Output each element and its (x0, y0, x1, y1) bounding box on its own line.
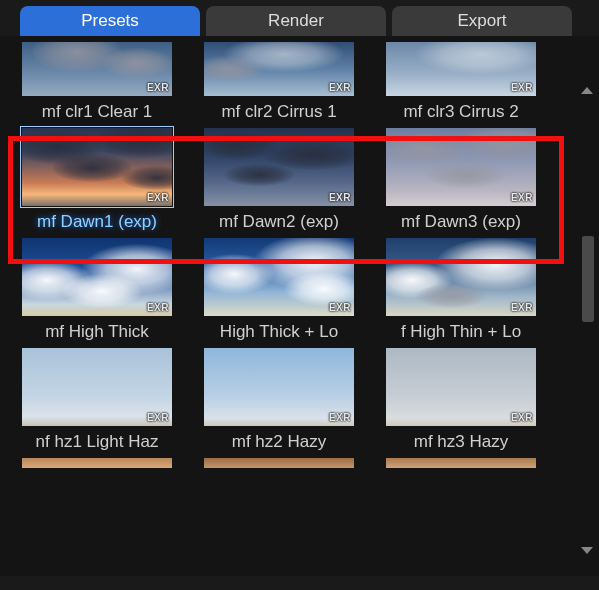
preset-item[interactable]: EXR mf clr2 Cirrus 1 (194, 42, 364, 122)
preset-label: mf Dawn3 (exp) (376, 212, 546, 232)
preset-label: f High Thin + Lo (376, 322, 546, 342)
tab-bar: Presets Render Export (0, 0, 599, 36)
preset-label: mf Dawn1 (exp) (12, 212, 182, 232)
preset-label: mf hz3 Hazy (376, 432, 546, 452)
preset-grid: EXR mf clr1 Clear 1 EXR mf clr2 Cirrus 1… (12, 42, 572, 468)
format-badge: EXR (147, 412, 169, 423)
preset-item[interactable]: EXR mf Dawn3 (exp) (376, 128, 546, 232)
preset-thumb[interactable]: EXR (204, 238, 354, 316)
preset-label: mf clr3 Cirrus 2 (376, 102, 546, 122)
preset-thumb[interactable]: EXR (386, 42, 536, 96)
preset-item[interactable]: EXR mf Dawn2 (exp) (194, 128, 364, 232)
preset-label: mf hz2 Hazy (194, 432, 364, 452)
preset-thumb[interactable]: EXR (386, 348, 536, 426)
preset-thumb[interactable]: EXR (386, 238, 536, 316)
format-badge: EXR (511, 192, 533, 203)
preset-item[interactable]: EXR nf hz1 Light Haz (12, 348, 182, 452)
preset-thumb[interactable] (386, 458, 536, 468)
preset-item[interactable]: EXR mf clr1 Clear 1 (12, 42, 182, 122)
chevron-up-icon (581, 87, 593, 94)
preset-thumb[interactable]: EXR (204, 348, 354, 426)
format-badge: EXR (147, 302, 169, 313)
preset-thumb[interactable] (204, 458, 354, 468)
format-badge: EXR (147, 82, 169, 93)
preset-thumb[interactable]: EXR (22, 128, 172, 206)
tab-render[interactable]: Render (206, 6, 386, 36)
preset-label: High Thick + Lo (194, 322, 364, 342)
preset-item[interactable] (376, 458, 546, 468)
chevron-down-icon (581, 547, 593, 554)
format-badge: EXR (511, 82, 533, 93)
preset-item[interactable]: EXR mf Dawn1 (exp) (12, 128, 182, 232)
tab-presets[interactable]: Presets (20, 6, 200, 36)
format-badge: EXR (511, 412, 533, 423)
preset-item[interactable]: EXR mf clr3 Cirrus 2 (376, 42, 546, 122)
preset-label: nf hz1 Light Haz (12, 432, 182, 452)
preset-thumb[interactable]: EXR (22, 238, 172, 316)
preset-label: mf Dawn2 (exp) (194, 212, 364, 232)
format-badge: EXR (147, 192, 169, 203)
format-badge: EXR (329, 412, 351, 423)
preset-thumb[interactable]: EXR (386, 128, 536, 206)
preset-item[interactable] (12, 458, 182, 468)
tab-export[interactable]: Export (392, 6, 572, 36)
format-badge: EXR (329, 192, 351, 203)
preset-item[interactable] (194, 458, 364, 468)
preset-thumb[interactable]: EXR (204, 42, 354, 96)
preset-thumb[interactable]: EXR (22, 42, 172, 96)
scrollbar-track[interactable] (582, 106, 594, 576)
preset-thumb[interactable]: EXR (22, 348, 172, 426)
format-badge: EXR (511, 302, 533, 313)
preset-item[interactable]: EXR mf High Thick (12, 238, 182, 342)
preset-label: mf clr1 Clear 1 (12, 102, 182, 122)
preset-item[interactable]: EXR f High Thin + Lo (376, 238, 546, 342)
preset-panel: EXR mf clr1 Clear 1 EXR mf clr2 Cirrus 1… (0, 36, 599, 576)
format-badge: EXR (329, 82, 351, 93)
preset-label: mf clr2 Cirrus 1 (194, 102, 364, 122)
preset-item[interactable]: EXR mf hz3 Hazy (376, 348, 546, 452)
preset-thumb[interactable] (22, 458, 172, 468)
scroll-up-button[interactable] (579, 82, 595, 98)
scrollbar-thumb[interactable] (582, 236, 594, 322)
preset-label: mf High Thick (12, 322, 182, 342)
scroll-down-button[interactable] (579, 542, 595, 558)
preset-item[interactable]: EXR High Thick + Lo (194, 238, 364, 342)
preset-thumb[interactable]: EXR (204, 128, 354, 206)
preset-item[interactable]: EXR mf hz2 Hazy (194, 348, 364, 452)
format-badge: EXR (329, 302, 351, 313)
